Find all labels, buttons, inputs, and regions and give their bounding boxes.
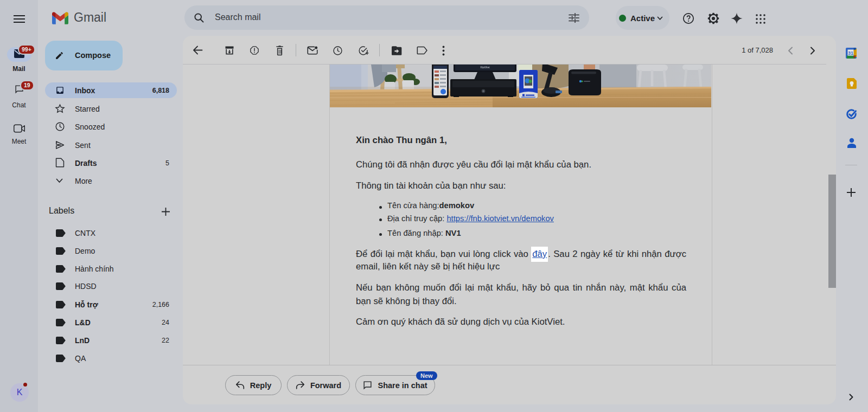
svg-text:31: 31 <box>848 50 853 56</box>
svg-text:KiotViet: KiotViet <box>480 66 490 69</box>
